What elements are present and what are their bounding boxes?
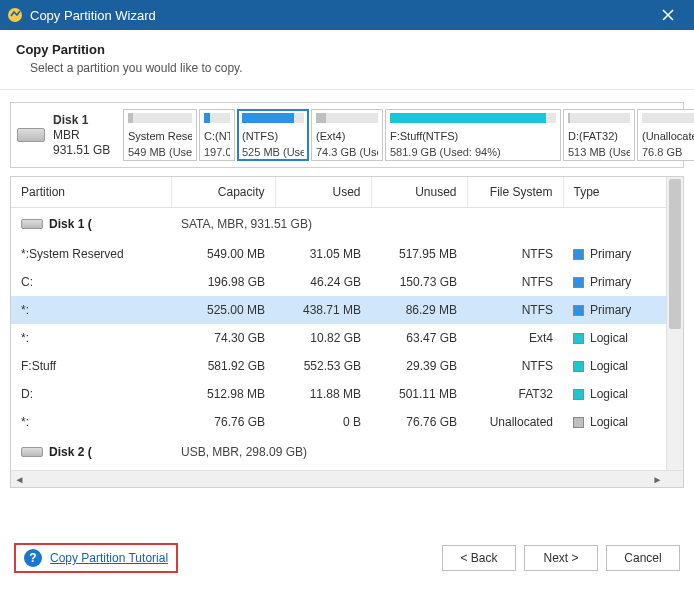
scroll-left-icon[interactable]: ◄ — [11, 471, 28, 488]
table-row[interactable]: F:Stuff581.92 GB552.53 GB29.39 GBNTFSLog… — [11, 352, 683, 380]
app-icon — [6, 6, 24, 24]
map-block[interactable]: D:(FAT32)513 MB (Use — [563, 109, 635, 161]
map-block[interactable]: (Unallocated76.8 GB — [637, 109, 694, 161]
disk-map: Disk 1 MBR 931.51 GB System Rese549 MB (… — [10, 102, 684, 168]
col-partition[interactable]: Partition — [11, 177, 171, 208]
map-block-title: F:Stuff(NTFS) — [390, 130, 556, 142]
cell-partition: *:System Reserved — [11, 240, 171, 268]
col-type[interactable]: Type — [563, 177, 683, 208]
cell-partition: D: — [11, 380, 171, 408]
page-title: Copy Partition — [16, 42, 678, 57]
map-block-title: System Rese — [128, 130, 192, 142]
disk-icon — [21, 447, 43, 457]
table-disk-row[interactable]: Disk 2 (USB, MBR, 298.09 GB) — [11, 436, 683, 468]
map-block-title: C:(NT — [204, 130, 230, 142]
map-block[interactable]: (Ext4)74.3 GB (Use — [311, 109, 383, 161]
disk-icon — [21, 219, 43, 229]
cell-used: 438.71 MB — [275, 296, 371, 324]
cell-capacity: 76.76 GB — [171, 408, 275, 436]
disk-name: Disk 1 — [53, 113, 110, 128]
map-block-sub: 525 MB (Use — [242, 146, 304, 158]
cell-type: Primary — [563, 268, 683, 296]
cell-used: 552.53 GB — [275, 352, 371, 380]
map-block-title: (NTFS) — [242, 130, 304, 142]
back-button[interactable]: < Back — [442, 545, 516, 571]
map-block-title: (Ext4) — [316, 130, 378, 142]
cell-type: Primary — [563, 240, 683, 268]
table-row[interactable]: C:196.98 GB46.24 GB150.73 GBNTFSPrimary — [11, 268, 683, 296]
partition-table: Partition Capacity Used Unused File Syst… — [11, 177, 683, 468]
cell-capacity: 74.30 GB — [171, 324, 275, 352]
col-unused[interactable]: Unused — [371, 177, 467, 208]
type-swatch-icon — [573, 277, 584, 288]
map-block[interactable]: F:Stuff(NTFS)581.9 GB (Used: 94%) — [385, 109, 561, 161]
close-button[interactable] — [648, 0, 688, 30]
map-block[interactable]: (NTFS)525 MB (Use — [237, 109, 309, 161]
cell-partition: C: — [11, 268, 171, 296]
map-block-sub: 581.9 GB (Used: 94%) — [390, 146, 556, 158]
table-row[interactable]: *:System Reserved549.00 MB31.05 MB517.95… — [11, 240, 683, 268]
page-subtitle: Select a partition you would like to cop… — [30, 61, 678, 75]
type-swatch-icon — [573, 249, 584, 260]
map-block-title: (Unallocated — [642, 130, 694, 142]
cell-filesystem: Unallocated — [467, 408, 563, 436]
cell-capacity: 549.00 MB — [171, 240, 275, 268]
map-block-sub: 74.3 GB (Use — [316, 146, 378, 158]
type-swatch-icon — [573, 333, 584, 344]
cell-filesystem: NTFS — [467, 352, 563, 380]
type-swatch-icon — [573, 389, 584, 400]
col-filesystem[interactable]: File System — [467, 177, 563, 208]
cell-used: 10.82 GB — [275, 324, 371, 352]
cell-used: 46.24 GB — [275, 268, 371, 296]
map-block-sub: 549 MB (Use — [128, 146, 192, 158]
table-disk-row[interactable]: Disk 1 (SATA, MBR, 931.51 GB) — [11, 208, 683, 241]
wizard-header: Copy Partition Select a partition you wo… — [0, 30, 694, 90]
cell-unused: 29.39 GB — [371, 352, 467, 380]
type-swatch-icon — [573, 417, 584, 428]
col-used[interactable]: Used — [275, 177, 371, 208]
disk-type: MBR — [53, 128, 110, 143]
type-swatch-icon — [573, 305, 584, 316]
cell-filesystem: Ext4 — [467, 324, 563, 352]
cell-filesystem: NTFS — [467, 240, 563, 268]
cell-partition: *: — [11, 408, 171, 436]
help-icon[interactable]: ? — [24, 549, 42, 567]
cell-type: Logical — [563, 352, 683, 380]
table-row[interactable]: D:512.98 MB11.88 MB501.11 MBFAT32Logical — [11, 380, 683, 408]
cell-capacity: 512.98 MB — [171, 380, 275, 408]
cell-used: 31.05 MB — [275, 240, 371, 268]
cell-unused: 517.95 MB — [371, 240, 467, 268]
table-header-row: Partition Capacity Used Unused File Syst… — [11, 177, 683, 208]
cell-partition: F:Stuff — [11, 352, 171, 380]
table-row[interactable]: *:74.30 GB10.82 GB63.47 GBExt4Logical — [11, 324, 683, 352]
table-row[interactable]: *:76.76 GB0 B76.76 GBUnallocatedLogical — [11, 408, 683, 436]
wizard-footer: ? Copy Partition Tutorial < Back Next > … — [0, 529, 694, 589]
tutorial-link[interactable]: Copy Partition Tutorial — [50, 551, 168, 565]
svg-point-0 — [8, 8, 22, 22]
next-button[interactable]: Next > — [524, 545, 598, 571]
table-row[interactable]: *:525.00 MB438.71 MB86.29 MBNTFSPrimary — [11, 296, 683, 324]
cell-capacity: 525.00 MB — [171, 296, 275, 324]
scroll-right-icon[interactable]: ► — [649, 471, 666, 488]
cell-partition: *: — [11, 296, 171, 324]
cell-unused: 86.29 MB — [371, 296, 467, 324]
cell-filesystem: FAT32 — [467, 380, 563, 408]
col-capacity[interactable]: Capacity — [171, 177, 275, 208]
map-block[interactable]: C:(NT197.0 — [199, 109, 235, 161]
cell-used: 0 B — [275, 408, 371, 436]
cell-filesystem: NTFS — [467, 296, 563, 324]
map-block[interactable]: System Rese549 MB (Use — [123, 109, 197, 161]
window-title: Copy Partition Wizard — [30, 8, 648, 23]
cell-unused: 63.47 GB — [371, 324, 467, 352]
disk-icon — [17, 128, 45, 142]
cancel-button[interactable]: Cancel — [606, 545, 680, 571]
cell-capacity: 581.92 GB — [171, 352, 275, 380]
cell-unused: 150.73 GB — [371, 268, 467, 296]
vertical-scrollbar[interactable] — [666, 177, 683, 470]
map-block-sub: 513 MB (Use — [568, 146, 630, 158]
horizontal-scrollbar[interactable]: ◄ ► — [11, 470, 683, 487]
cell-unused: 76.76 GB — [371, 408, 467, 436]
partition-table-wrap: Partition Capacity Used Unused File Syst… — [10, 176, 684, 488]
disk-size: 931.51 GB — [53, 143, 110, 158]
type-swatch-icon — [573, 361, 584, 372]
